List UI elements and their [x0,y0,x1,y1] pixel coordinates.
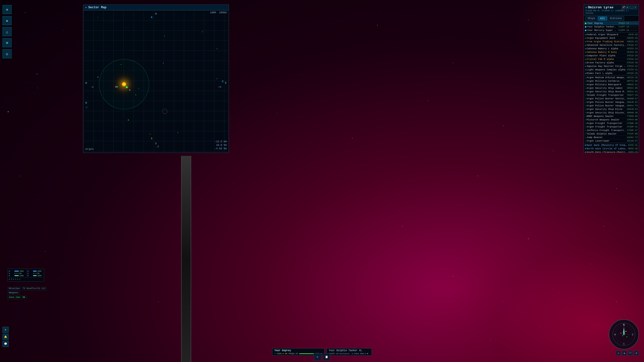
center-icon-2[interactable]: 📋 [323,353,330,361]
center-icon-1[interactable]: ⚙ [314,353,321,361]
panel-pin-btn[interactable]: 📌 [622,6,625,9]
ship-icon-18: ○ [585,136,586,139]
ship-icon-4: ○ [585,87,586,89]
status-icon-4[interactable]: ⚙ [634,351,639,356]
list-item-plutarch-dealer[interactable]: ○ Plutarch Weapons Dealer ATMYO-08 [584,118,639,122]
list-item-nova-r[interactable]: ○ Argon Security Ship Nova R. AM3CA-41 [584,90,639,94]
map-east-label: E [225,81,227,84]
ship-icon-14: ○ [585,122,586,124]
list-item-north-gate[interactable]: N North Gate (Circle of Labour) NOFD-38 [584,147,639,151]
map-east-gate[interactable]: E [222,80,224,83]
argon-freight1-id: ATSWK-48 [627,122,638,125]
north-gate-id: NOFD-38 [628,148,638,150]
list-item-argon-freight1[interactable]: ○ Argon Freight Transporter ATSWK-48 [584,122,639,125]
light-weapons-name: Light Weapons Complex alpha [587,68,626,71]
ship-icon-12: ○ [585,115,586,117]
list-item-nmmc-dealer[interactable]: ○ NMMC Weapons Dealer TTMOO-08 [584,115,639,118]
map-player-position [126,86,128,88]
auto-aim-indicator: Auto Aim: ON [8,296,26,299]
tab-stations[interactable]: Stations [608,16,624,21]
sector-map-panel: ⊕ Sector Map N S E W 100% 289km -12.5 km… [83,5,229,153]
nmmc-name: NMMC Weapons Dealer [587,115,626,118]
sector-map-body[interactable]: N S E W 100% 289km -12.5 km 10.0 km -4.9… [83,10,229,153]
list-item-bakery-m[interactable]: ◇ Cahoona Bakery M beta AFOID-26 [584,51,639,54]
hud-icon-nav[interactable]: ◈ [3,16,12,25]
compass-svg: N E S W [611,322,636,347]
panel-minimize-btn[interactable]: _ [630,6,633,9]
list-item-light-weapons[interactable]: ◇ Light Weapons Complex alpha ATEID-31 [584,68,639,72]
list-item-mercury[interactable]: Your Mercury Super Freighter Y1SPP-15 --… [584,29,639,32]
map-region-label: Argon [85,148,94,151]
map-marker-asteroid-cluster3: · [138,18,139,20]
list-item-discoverer[interactable]: ○ Argon Security Ship Discoverer AMSKB-3… [584,111,639,115]
list-item-sat-factory[interactable]: ◇ Advanced Satellite Factory alpha ATEID… [584,43,639,47]
list-item-drone-factory[interactable]: ◇ Drone Factory alpha ATEID-30 [584,61,639,65]
list-item-computer-plant[interactable]: ◇ Computer Plant alpha ATEID-28 [584,54,639,58]
map-north-gate[interactable]: N [151,16,152,19]
list-item-bakery-l[interactable]: ◇ Cahoona Bakery L alpha AFOID-23 [584,47,639,51]
list-item-orbital-weapons[interactable]: ○ Argon Medium Orbital Weapons Pl... AM1… [584,76,639,79]
map-south-gate[interactable]: S [151,137,152,140]
list-item-eq-dock[interactable]: ◇ Argon Equipment Dock ADOID-34 [584,36,639,40]
list-item-teladi-hauler[interactable]: ○ Teladi Dolphin Hauler TT5VF-08 [584,132,639,136]
panel-settings-btn[interactable]: ⚙ [626,6,629,9]
trading-name: Free Argon Trading Station [587,40,626,43]
status-icon-2[interactable]: ◈ [622,351,627,356]
hull-pct: 100% [19,270,25,272]
ship-mini-icons: ⊕ 6 ⊕ 4 ⊕ 1 [9,278,43,280]
ship-col-2: H 100% S 5% E [26,270,43,277]
tab-all[interactable]: All [598,16,607,21]
list-item-trading-station[interactable]: ◇ Free Argon Trading Station ADOID-33 [584,40,639,43]
hud-icon-map[interactable]: ⊕ [3,5,12,14]
list-item-argon-freight2[interactable]: ○ Argon Freight Transporter AT5DP-51 [584,125,639,129]
list-item-teladi-freight[interactable]: ○ Teladi Freight Transporter TM3VT-29 [584,94,639,97]
list-item-rearguard[interactable]: ○ Argon Military Rearguard AM8UZ-21 [584,83,639,86]
ship2-energy-fill [33,275,36,276]
hull-label: H [9,270,14,272]
list-item-dolphin[interactable]: Your Dolphin Tanker XL Y1SHT-10 ------ [584,25,639,29]
hull-track [14,270,19,272]
tab-ships[interactable]: Ships [585,16,597,21]
list-item-sec-elite[interactable]: ○ Argon Security Ship Elite AM4AB-63 [584,108,639,111]
panel-list[interactable]: Your Osprey YM6QO-29 ------ Your Dolphin… [584,22,639,153]
list-item-sec-aamon[interactable]: ○ Argon Security Ship Aamon AM3CA-80 [584,86,639,90]
list-item-osprey[interactable]: Your Osprey YM6QO-29 ------ [584,22,639,25]
status-icon-1[interactable]: ⚓ [616,351,621,356]
panel-title-group: ⊕ Omicron Lyrae [585,6,613,9]
sentinel-name: Argon Police Buster Sentinel [587,97,626,100]
list-item-buster-vanguard2[interactable]: ○ Argon Police Buster Vanguard AM4CA-79 [584,104,639,108]
svg-point-13 [276,113,277,113]
computer-plant-id: ATEID-28 [627,55,638,57]
svg-point-52 [621,333,621,334]
list-item-buster-vanguard1[interactable]: ○ Argon Police Buster Vanguard AM4AB-62 [584,101,639,104]
list-item-cerberus[interactable]: ○ Argon Military Cerberus AM7TZ-98 [584,79,639,83]
mercury-status: ------ [630,29,638,32]
map-west-gate[interactable]: W [86,101,87,104]
map-marker-asteroid-cluster2: · · · [125,27,129,28]
status-icon-3[interactable]: 🛡 [628,351,633,356]
list-item-rimes[interactable]: ◇ Rimes Fact L alpha AFOID-29 [584,72,639,75]
map-target-position [129,89,130,90]
station-icon-6: ◇ [585,51,586,53]
list-item-sentinel[interactable]: ○ Argon Police Buster Sentinel AM4KB-57 [584,97,639,101]
list-item-lasertower[interactable]: ○ Argon Lasertower AOLGH-57 [584,139,639,143]
panel-close-btn[interactable]: × [634,6,637,9]
list-item-jump-beacon[interactable]: ○ Jump Beacon ASAKC-73 [584,136,639,139]
ship2-energy-pct: 100% [37,275,43,277]
hud-icon-unknown[interactable]: ◎ [3,49,12,58]
jonferco-id: AT5DP-47 [627,129,638,132]
ship2-hull-track [33,270,37,272]
hud-icon-sector[interactable]: △ [3,27,12,36]
svg-point-5 [302,75,302,76]
map-x-marker-east: +x [218,86,221,88]
list-item-south-gate[interactable]: S South Gate (Treasure Chest) SOFD-39 [584,151,639,153]
ship2-shield: S 5% [27,272,43,275]
north-gate-name: North Gate (Circle of Labour) [587,147,627,150]
list-item-fed-shipyard[interactable]: ◇ Federal Argon Shipyard ASYD-25 [584,33,639,36]
list-item-crystal-fab[interactable]: ◇ Crystal Fab M alpha ATEID-24 [584,58,639,61]
hud-icon-expand[interactable]: ⊞ [3,38,12,47]
list-item-impulse-ray[interactable]: ◇ Impulse Ray Emitter Forge alpha ATEID-… [584,65,639,68]
energy-track [14,275,19,276]
list-item-east-gate[interactable]: E East Gate (Ministry of Finance) EAFD-4… [584,144,639,147]
list-item-jonferco[interactable]: ○ Jonferco Freight Transporter AT5DP-47 [584,129,639,132]
